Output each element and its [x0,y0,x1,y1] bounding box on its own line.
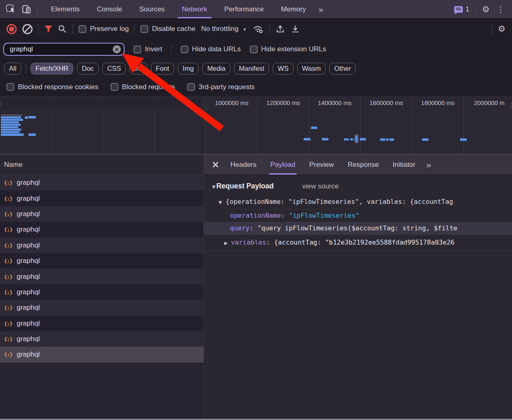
network-settings-gear-icon[interactable] [498,24,512,34]
payload-entry-variables[interactable]: variables{accountTag: "b12e3b2192ee5588f… [204,234,512,251]
collapse-triangle-icon[interactable] [219,198,222,206]
search-icon[interactable] [58,25,67,33]
network-request-row[interactable]: graphql [0,316,203,331]
blocked-response-cookies-checkbox[interactable] [7,83,14,91]
filter-chip-img[interactable]: Img [178,63,199,74]
expand-triangle-icon[interactable] [224,235,228,251]
activity-bar [380,138,385,141]
overview-grip-right[interactable] [509,100,512,111]
timeline-column: 2000000 m [464,96,512,154]
import-har-icon[interactable] [276,24,285,34]
filter-chip-js[interactable]: JS [129,63,147,74]
blocked-requests-checkbox[interactable] [111,83,118,91]
inspect-element-icon[interactable] [6,4,16,14]
network-main: Name graphqlgraphqlgraphqlgraphqlgraphql… [0,155,512,420]
3rd-party-requests-checkbox[interactable] [187,83,195,91]
network-overview-timeline[interactable]: 200000 ms400000 ms600000 ms800000 ms1000… [0,96,512,155]
network-filter-row: Invert Hide data URLs Hide extension URL… [0,39,512,59]
detail-tab-headers[interactable]: Headers [223,155,263,175]
activity-bar [1,121,19,123]
filter-funnel-icon[interactable] [44,25,53,33]
payload-object-preview[interactable]: {operationName: "ipFlowTimeseries", vari… [204,198,512,206]
tab-network[interactable]: Network [173,0,216,18]
disable-cache-checkbox[interactable] [140,25,148,33]
tab-console[interactable]: Console [88,0,131,18]
network-request-row[interactable]: graphql [0,253,203,269]
payload-entry-query[interactable]: query"query ipFlowTimeseries($accountTag… [204,222,512,234]
network-request-row[interactable]: graphql [0,238,203,253]
3rd-party-requests-group: 3rd-party requests [187,83,255,91]
filter-chip-all[interactable]: All [4,63,21,74]
request-name: graphql [17,335,40,343]
tab-elements[interactable]: Elements [42,0,88,18]
view-source-link[interactable]: view source [302,182,339,190]
tab-performance[interactable]: Performance [216,0,272,18]
filter-chip-media[interactable]: Media [202,63,230,74]
hide-data-urls-checkbox[interactable] [181,46,188,53]
blocked-response-cookies-label: Blocked response cookies [18,83,98,91]
request-rows: graphqlgraphqlgraphqlgraphqlgraphqlgraph… [0,175,203,363]
filter-input[interactable] [9,45,113,54]
overview-grip-left[interactable] [0,98,203,109]
json-response-icon [4,350,13,359]
clear-filter-icon[interactable] [113,45,121,53]
device-toolbar-icon[interactable] [22,4,31,14]
filter-chip-manifest[interactable]: Manifest [234,63,269,74]
json-response-icon [4,319,13,328]
tab-memory[interactable]: Memory [272,0,314,18]
export-har-icon[interactable] [291,24,300,34]
network-request-row[interactable]: graphql [0,190,203,206]
json-response-icon [4,225,13,234]
network-request-row[interactable]: graphql [0,222,203,237]
filter-chip-font[interactable]: Font [151,63,174,74]
hide-extension-urls-checkbox[interactable] [250,46,258,53]
activity-bar [304,138,311,140]
more-panels-icon[interactable] [315,4,328,14]
name-column-header[interactable]: Name [0,155,203,175]
invert-checkbox[interactable] [133,46,141,53]
detail-tab-preview[interactable]: Preview [302,155,341,175]
payload-string-value: "ipFlowTimeseries" [289,212,359,219]
request-name: graphql [17,288,40,296]
divider [26,64,26,74]
filter-chip-doc[interactable]: Doc [77,63,98,74]
filter-chip-wasm[interactable]: Wasm [297,63,326,74]
network-request-row[interactable]: graphql [0,347,203,362]
throttling-dropdown[interactable]: No throttling [201,25,247,33]
json-response-icon [4,179,13,187]
filter-chip-fetch-xhr[interactable]: Fetch/XHR [31,63,73,74]
close-details-icon[interactable] [212,162,218,168]
network-request-row[interactable]: graphql [0,331,203,347]
preserve-log-checkbox[interactable] [79,25,86,33]
detail-tab-response[interactable]: Response [341,155,386,175]
throttling-value: No throttling [201,25,238,33]
filter-chip-other[interactable]: Other [329,63,356,74]
activity-bar [28,116,36,118]
payload-entry-operation-name[interactable]: operationName"ipFlowTimeseries" [204,209,512,222]
request-list-panel: Name graphqlgraphqlgraphqlgraphqlgraphql… [0,155,204,420]
more-detail-tabs-icon[interactable] [422,160,435,170]
collapse-triangle-icon[interactable] [212,183,215,190]
network-request-row[interactable]: graphql [0,206,203,222]
json-response-icon [4,273,13,281]
issues-button[interactable]: 1 [454,5,469,13]
filter-chip-css[interactable]: CSS [102,63,126,74]
detail-tab-payload[interactable]: Payload [263,155,302,175]
payload-key: query [230,224,257,232]
settings-gear-icon[interactable] [482,4,490,14]
tab-sources[interactable]: Sources [131,0,173,18]
filter-chip-ws[interactable]: WS [273,63,293,74]
network-request-row[interactable]: graphql [0,284,203,300]
record-network-log-button[interactable] [7,24,17,34]
request-name: graphql [17,195,40,203]
devtools-window: ElementsConsoleSourcesNetworkPerformance… [0,0,512,420]
kebab-menu-icon[interactable] [496,4,505,14]
clear-network-log-icon[interactable] [22,24,33,34]
network-request-row[interactable]: graphql [0,300,203,315]
network-request-row[interactable]: graphql [0,269,203,284]
invert-label: Invert [145,45,162,53]
activity-bar [356,136,357,142]
network-request-row[interactable]: graphql [0,175,203,190]
network-conditions-icon[interactable] [252,24,264,33]
detail-tab-initiator[interactable]: Initiator [386,155,422,175]
